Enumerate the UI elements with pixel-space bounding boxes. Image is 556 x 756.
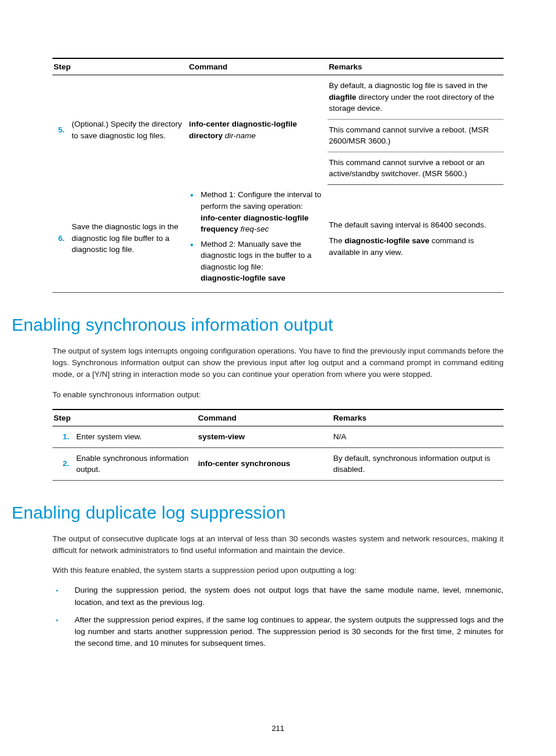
- section-heading-sync: Enabling synchronous information output: [12, 315, 504, 335]
- list-item: During the suppression period, the syste…: [52, 584, 504, 608]
- step-remark: By default, synchronous information outp…: [332, 447, 504, 480]
- table-row: 5. (Optional.) Specify the directory to …: [52, 75, 504, 120]
- paragraph: The output of system logs interrupts ong…: [52, 345, 504, 381]
- step-number: 5.: [52, 75, 71, 185]
- step-remark: By default, a diagnostic log file is sav…: [328, 75, 504, 120]
- diagnostic-log-table: Step Command Remarks 5. (Optional.) Spec…: [52, 58, 504, 293]
- page-container: Step Command Remarks 5. (Optional.) Spec…: [0, 0, 556, 756]
- paragraph: To enable synchronous information output…: [52, 389, 504, 401]
- step-number: 6.: [52, 184, 71, 292]
- th-remarks: Remarks: [332, 410, 504, 426]
- step-remark: N/A: [332, 426, 504, 447]
- table-row: 2. Enable synchronous information output…: [52, 447, 504, 480]
- step-remark: This command cannot survive a reboot. (M…: [328, 119, 504, 152]
- step-desc: Enter system view.: [75, 426, 197, 447]
- paragraph: With this feature enabled, the system st…: [52, 565, 504, 576]
- step-remark: The default saving interval is 86400 sec…: [328, 184, 504, 292]
- step-desc: Enable synchronous information output.: [75, 447, 197, 480]
- step-command: info-center synchronous: [197, 447, 332, 480]
- table-row: 1. Enter system view. system-view N/A: [52, 426, 504, 447]
- step-number: 2.: [52, 447, 75, 480]
- list-item: After the suppression period expires, if…: [52, 614, 504, 650]
- section-heading-dup: Enabling duplicate log suppression: [12, 503, 504, 523]
- paragraph: The output of consecutive duplicate logs…: [52, 533, 504, 557]
- step-remark: This command cannot survive a reboot or …: [328, 152, 504, 184]
- step-command: system-view: [197, 426, 332, 447]
- page-number: 211: [0, 724, 556, 733]
- step-command: Method 1: Configure the interval to perf…: [188, 184, 328, 292]
- th-command: Command: [197, 410, 332, 426]
- step-desc: Save the diagnostic logs in the diagnost…: [71, 184, 188, 292]
- method-item: Method 1: Configure the interval to perf…: [189, 189, 324, 235]
- step-desc: (Optional.) Specify the directory to sav…: [71, 75, 188, 185]
- method-item: Method 2: Manually save the diagnostic l…: [189, 239, 324, 284]
- th-step: Step: [52, 58, 188, 75]
- step-command: info-center diagnostic-logfile directory…: [188, 75, 328, 185]
- table-row: 6. Save the diagnostic logs in the diagn…: [52, 184, 504, 292]
- th-remarks: Remarks: [328, 58, 504, 75]
- step-number: 1.: [52, 426, 75, 447]
- th-command: Command: [188, 58, 328, 75]
- th-step: Step: [52, 410, 197, 426]
- sync-output-table: Step Command Remarks 1. Enter system vie…: [52, 409, 504, 481]
- table-header-row: Step Command Remarks: [52, 58, 504, 75]
- table-header-row: Step Command Remarks: [52, 410, 504, 426]
- suppression-list: During the suppression period, the syste…: [52, 584, 504, 649]
